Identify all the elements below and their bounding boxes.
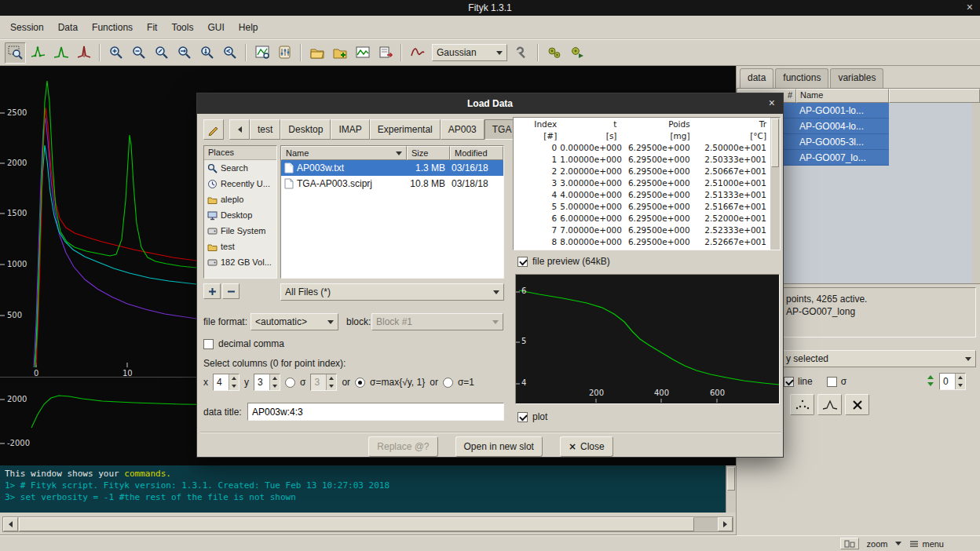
path-segment[interactable]: IMAP bbox=[331, 119, 369, 140]
drive-icon bbox=[207, 226, 218, 236]
block-combo[interactable]: Block #1 bbox=[371, 313, 503, 330]
open-in-new-slot-button[interactable]: Open in new slot bbox=[455, 436, 543, 457]
remove-place-button[interactable] bbox=[222, 283, 240, 299]
delete-dataset-button[interactable] bbox=[845, 394, 869, 415]
fit-settings-button[interactable] bbox=[511, 42, 532, 64]
place-search[interactable]: Search bbox=[204, 160, 276, 176]
column-header-name[interactable]: Name bbox=[281, 146, 407, 160]
place-recent[interactable]: Recently U... bbox=[204, 176, 276, 192]
path-segment[interactable]: Experimental bbox=[370, 119, 441, 140]
function-type-combo[interactable]: Gaussian bbox=[432, 44, 507, 61]
replace-button[interactable]: Replace @? bbox=[368, 436, 437, 457]
tab-variables[interactable]: variables bbox=[830, 68, 883, 88]
full-view-button[interactable] bbox=[251, 42, 272, 64]
x-column-stepper[interactable]: 4 bbox=[213, 374, 240, 391]
line-checkbox[interactable] bbox=[784, 377, 794, 387]
menu-gui[interactable]: GUI bbox=[200, 19, 231, 36]
zoom-previous-button[interactable] bbox=[219, 42, 240, 64]
mode-add-peak-button[interactable] bbox=[50, 42, 71, 64]
sigma-column-radio[interactable] bbox=[285, 378, 295, 388]
zoom-in-button[interactable] bbox=[105, 42, 126, 64]
tab-data[interactable]: data bbox=[740, 68, 773, 88]
file-filter-combo[interactable]: All Files (*) bbox=[280, 283, 504, 301]
path-segment[interactable]: Desktop bbox=[280, 119, 331, 140]
place-test-folder[interactable]: test bbox=[204, 239, 276, 254]
place-home[interactable]: aleplo bbox=[204, 192, 276, 207]
path-segment[interactable]: AP003 bbox=[441, 119, 485, 140]
settings-button[interactable] bbox=[274, 42, 295, 64]
close-button[interactable]: × Close bbox=[560, 436, 613, 457]
scroll-right-arrow[interactable] bbox=[718, 517, 733, 531]
aspect-ratio-button[interactable] bbox=[840, 538, 859, 549]
place-desktop[interactable]: Desktop bbox=[204, 207, 276, 223]
zoom-out-button[interactable] bbox=[128, 42, 149, 64]
file-preview-table[interactable]: Index t Poids Tr [#] [s] [mg] [°C] 00.00… bbox=[513, 117, 781, 250]
console-scrollbar-thumb[interactable] bbox=[727, 467, 735, 491]
place-volume[interactable]: 182 GB Vol... bbox=[204, 254, 276, 270]
zoom-fit-horizontal-button[interactable] bbox=[174, 42, 195, 64]
preview-table-scrollbar-thumb[interactable] bbox=[771, 119, 779, 167]
zoom-fit-vertical-button[interactable] bbox=[196, 42, 218, 64]
export-data-button[interactable] bbox=[375, 42, 396, 64]
mode-data-range-button[interactable] bbox=[27, 42, 49, 64]
preview-table-scrollbar[interactable] bbox=[770, 118, 780, 250]
output-console[interactable]: This window shows your commands. 1> # Fi… bbox=[0, 465, 736, 513]
place-filesystem[interactable]: File System bbox=[204, 223, 276, 239]
column-header-name[interactable]: Name bbox=[796, 89, 889, 103]
zoom-100-button[interactable] bbox=[151, 42, 172, 64]
path-segment[interactable]: test bbox=[250, 119, 280, 140]
places-panel: Places Search Recently U... aleplo Deskt… bbox=[203, 145, 277, 279]
stepper-arrows[interactable] bbox=[229, 374, 239, 390]
save-image-button[interactable] bbox=[352, 42, 373, 64]
run-fit-button[interactable] bbox=[543, 42, 565, 64]
menu-fit[interactable]: Fit bbox=[140, 19, 164, 36]
menu-functions[interactable]: Functions bbox=[85, 19, 140, 36]
file-preview-checkbox[interactable] bbox=[517, 257, 528, 267]
define-function-button[interactable] bbox=[407, 42, 428, 64]
window-close-button[interactable]: × bbox=[967, 1, 973, 13]
file-row-selected[interactable]: AP003w.txt 1.3 MB 03/16/18 bbox=[281, 160, 503, 176]
type-location-button[interactable] bbox=[203, 119, 224, 140]
zoom-dropdown[interactable]: zoom bbox=[867, 539, 902, 549]
data-title-input[interactable] bbox=[247, 403, 504, 421]
open-recent-button[interactable] bbox=[329, 42, 350, 64]
file-list[interactable]: Name Size Modified AP003w.txt 1.3 MB 03/… bbox=[280, 145, 504, 279]
horizontal-scrollbar[interactable] bbox=[0, 513, 736, 535]
plot-checkbox[interactable] bbox=[517, 412, 528, 422]
stepper-arrows[interactable] bbox=[269, 374, 280, 390]
show-data-plot-button[interactable] bbox=[790, 394, 814, 415]
menu-tools[interactable]: Tools bbox=[164, 19, 200, 36]
run-continue-button[interactable] bbox=[566, 42, 587, 64]
menu-session[interactable]: Session bbox=[3, 19, 51, 36]
stepper-arrows[interactable] bbox=[326, 374, 336, 390]
open-file-button[interactable] bbox=[306, 42, 327, 64]
sigma-one-radio[interactable] bbox=[443, 378, 453, 388]
menu-button[interactable]: menu bbox=[909, 539, 944, 549]
stepper-arrows[interactable] bbox=[955, 374, 965, 389]
point-size-stepper[interactable]: 0 bbox=[939, 373, 966, 390]
mode-add-function-button[interactable] bbox=[73, 42, 94, 64]
console-scrollbar[interactable] bbox=[726, 465, 736, 513]
sigma-checkbox[interactable] bbox=[827, 377, 837, 387]
file-format-combo[interactable]: <automatic> bbox=[250, 313, 338, 330]
show-model-plot-button[interactable] bbox=[817, 394, 842, 415]
hscroll-thumb[interactable] bbox=[19, 517, 694, 531]
hscroll-track[interactable] bbox=[2, 516, 733, 532]
file-row[interactable]: TGA-AP003.sciprj 10.8 MB 03/18/18 bbox=[281, 176, 503, 192]
menu-data[interactable]: Data bbox=[51, 19, 85, 36]
tab-functions[interactable]: functions bbox=[775, 68, 828, 88]
dialog-close-button[interactable]: × bbox=[769, 97, 775, 109]
path-back-button[interactable] bbox=[229, 119, 250, 140]
sigma-column-stepper[interactable]: 3 bbox=[310, 374, 337, 391]
menu-help[interactable]: Help bbox=[232, 19, 265, 36]
y-column-stepper[interactable]: 3 bbox=[254, 374, 280, 391]
mode-zoom-button[interactable] bbox=[5, 42, 26, 64]
column-header-size[interactable]: Size bbox=[407, 146, 450, 160]
column-header-modified[interactable]: Modified bbox=[450, 146, 503, 160]
add-place-button[interactable] bbox=[203, 283, 221, 299]
dataset-list-scrollbar[interactable] bbox=[972, 103, 980, 283]
decimal-comma-checkbox[interactable] bbox=[203, 339, 214, 349]
sigma-max-radio[interactable] bbox=[355, 378, 365, 388]
scroll-left-arrow[interactable] bbox=[3, 517, 18, 531]
preview-plot[interactable]: 6 5 4 200 400 600 bbox=[515, 274, 780, 404]
